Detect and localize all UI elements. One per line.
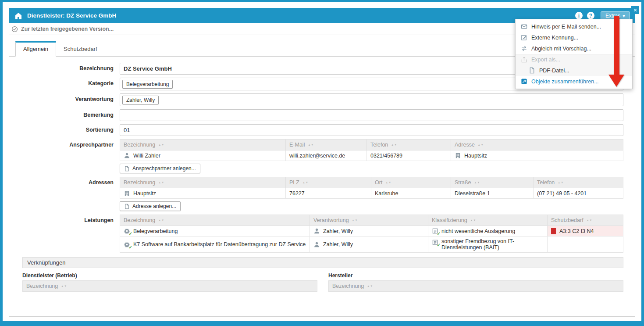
- new-document-icon: [124, 204, 130, 209]
- verknuepfungen-header: Verknüpfungen: [22, 257, 623, 268]
- column-bezeichnung[interactable]: Bezeichnung: [120, 140, 286, 150]
- kategorie-label: Kategorie: [22, 78, 120, 86]
- leistungen-label: Leistungen: [22, 215, 120, 223]
- gear-check-icon: ✓: [124, 228, 130, 234]
- bemerkung-field[interactable]: [120, 109, 623, 121]
- protection-level-empty: [548, 236, 623, 253]
- add-address-button[interactable]: Adresse anlegen...: [120, 201, 181, 211]
- sort-icon: [388, 142, 397, 148]
- tab-allgemein[interactable]: Allgemein: [15, 41, 56, 57]
- classification-check-icon: ✓: [432, 239, 438, 246]
- table-header-row: Bezeichnung Verantwortung Klassifizierun…: [120, 215, 623, 226]
- menu-item-externe-kennung[interactable]: Externe Kennung...: [516, 32, 632, 43]
- dienstleister-betrieb-table: Bezeichnung: [22, 280, 317, 292]
- service-name: Belegverarbeitung: [133, 228, 178, 234]
- protection-level-value: A3:3 C2 I3 N4: [559, 228, 594, 234]
- hersteller-table: Bezeichnung: [328, 280, 623, 292]
- check-circle-icon: [11, 26, 18, 32]
- tab-content-panel: Bezeichnung DZ Service GmbH Kategorie Be…: [9, 56, 635, 317]
- sort-icon: [475, 142, 484, 148]
- menu-item-objekte-zusammenfuehren[interactable]: Objekte zusammenführen...: [516, 76, 632, 87]
- hersteller-section: Hersteller Bezeichnung: [328, 272, 623, 292]
- kategorie-chip[interactable]: Belegverarbeitung: [122, 80, 173, 89]
- sort-icon: [299, 179, 309, 186]
- table-row[interactable]: ✓K7 Software auf Bankarbeitsplatz für Da…: [120, 236, 623, 253]
- building-icon: [124, 190, 130, 197]
- column-adresse[interactable]: Adresse: [451, 140, 623, 150]
- sortierung-row: Sortierung 01: [22, 124, 623, 136]
- person-icon: [313, 241, 320, 248]
- building-icon: [455, 152, 461, 159]
- leistungen-section: Leistungen Bezeichnung Verantwortung Kla…: [22, 215, 623, 253]
- person-icon: [124, 152, 130, 159]
- sort-icon: [155, 217, 164, 223]
- column-bezeichnung[interactable]: Bezeichnung: [120, 215, 310, 226]
- service-name: K7 Software auf Bankarbeitsplatz für Dat…: [133, 241, 306, 247]
- pdf-icon: [529, 67, 535, 74]
- column-bezeichnung[interactable]: Bezeichnung: [329, 281, 623, 292]
- bemerkung-row: Bemerkung: [22, 109, 623, 121]
- contact-name: Willi Zahler: [133, 153, 160, 159]
- sort-icon: [555, 179, 564, 186]
- column-telefon[interactable]: Telefon: [534, 177, 623, 188]
- verantwortung-field[interactable]: Zahler, Willy: [120, 93, 623, 106]
- column-schutzbedarf[interactable]: Schutzbedarf: [548, 215, 623, 226]
- table-row[interactable]: Willi Zahler willi.zahler@service.de 032…: [120, 150, 623, 161]
- column-strasse[interactable]: Straße: [451, 177, 534, 188]
- add-contact-button[interactable]: Ansprechpartner anlegen...: [120, 164, 200, 173]
- menu-item-export-als: Export als...: [516, 54, 632, 65]
- column-ort[interactable]: Ort: [371, 177, 451, 188]
- edit-square-icon: [521, 34, 527, 41]
- contact-email: willi.zahler@service.de: [286, 150, 367, 161]
- sort-icon: [364, 283, 373, 289]
- tab-schutzbedarf[interactable]: Schutzbedarf: [56, 41, 105, 57]
- new-document-icon: [124, 166, 130, 172]
- verantwortung-row: Verantwortung Zahler, Willy: [22, 93, 623, 106]
- sortierung-field[interactable]: 01: [120, 124, 623, 136]
- sort-icon: [58, 283, 67, 289]
- column-email[interactable]: E-Mail: [286, 140, 367, 150]
- help-icon[interactable]: ?: [587, 12, 594, 19]
- extras-dropdown-menu: Hinweis per E-Mail senden... Externe Ken…: [515, 19, 633, 89]
- hersteller-label: Hersteller: [328, 272, 623, 279]
- column-bezeichnung[interactable]: Bezeichnung: [120, 177, 286, 188]
- column-bezeichnung[interactable]: Bezeichnung: [23, 281, 317, 292]
- column-klassifizierung[interactable]: Klassifizierung: [428, 215, 548, 226]
- table-row[interactable]: ✓Belegverarbeitung Zahler, Willy ✓nicht …: [120, 226, 623, 236]
- extras-label: Extras: [605, 13, 620, 19]
- verantwortung-chip[interactable]: Zahler, Willy: [122, 96, 159, 104]
- menu-item-pdf-datei[interactable]: PDF-Datei...: [516, 65, 632, 76]
- sort-icon: [471, 179, 480, 186]
- adressen-label: Adressen: [22, 177, 120, 186]
- dienstleister-betrieb-section: Dienstleister (Betrieb) Bezeichnung: [22, 272, 317, 292]
- close-button[interactable]: ✕: [631, 6, 639, 14]
- adressen-section: Adressen Bezeichnung PLZ Ort Straße Tele…: [22, 177, 623, 211]
- sortierung-label: Sortierung: [22, 124, 120, 133]
- verantwortung-label: Verantwortung: [22, 93, 120, 102]
- window-title: Dienstleister: DZ Service GmbH: [27, 12, 571, 19]
- column-telefon[interactable]: Telefon: [367, 140, 451, 150]
- merge-icon: [521, 78, 527, 85]
- gear-check-icon: ✓: [124, 241, 130, 248]
- sort-icon: [155, 179, 164, 186]
- column-plz[interactable]: PLZ: [286, 177, 371, 188]
- table-row[interactable]: Hauptsitz 76227 Karlsruhe Dieselstraße 1…: [120, 188, 623, 199]
- check-icon: ✓: [129, 245, 132, 250]
- address-plz: 76227: [286, 188, 371, 199]
- check-icon: ✓: [437, 243, 441, 247]
- compare-icon: [521, 45, 527, 52]
- info-icon[interactable]: i: [575, 12, 583, 19]
- ansprechpartner-label: Ansprechpartner: [22, 139, 120, 148]
- protection-level-marker: [551, 228, 556, 234]
- menu-item-hinweis-email[interactable]: Hinweis per E-Mail senden...: [516, 21, 632, 32]
- column-verantwortung[interactable]: Verantwortung: [310, 215, 428, 226]
- sort-icon: [467, 217, 477, 223]
- check-icon: ✓: [129, 231, 132, 236]
- menu-item-abgleich-vorschlag[interactable]: Abgleich mit Vorschlag...: [516, 43, 632, 54]
- sort-icon: [382, 179, 391, 186]
- sort-icon: [305, 142, 314, 148]
- ansprechpartner-section: Ansprechpartner Bezeichnung E-Mail Telef…: [22, 139, 623, 173]
- version-link-label: Zur letzten freigegebenen Version...: [21, 26, 114, 32]
- verknuepfungen-columns: Dienstleister (Betrieb) Bezeichnung Hers…: [22, 272, 623, 292]
- table-header-row: Bezeichnung: [329, 281, 623, 292]
